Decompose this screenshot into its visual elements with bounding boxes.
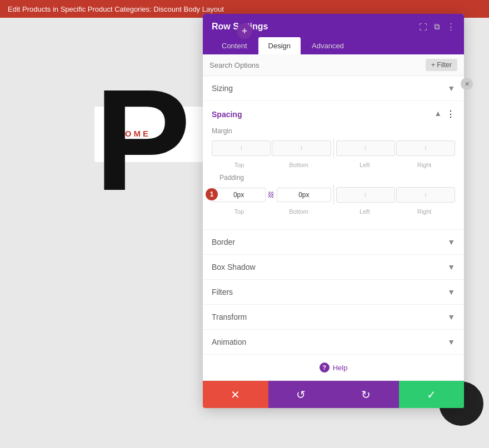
spacing-content: Margin ↕ ↕: [203, 127, 464, 229]
padding-labels-row: Top Bottom Left Right: [212, 207, 455, 215]
padding-top-label: Top: [234, 208, 244, 215]
margin-row: ↕ ↕ ↕: [212, 138, 455, 158]
more-options-icon[interactable]: ⋮: [447, 22, 455, 32]
cancel-button[interactable]: ✕: [203, 381, 268, 408]
tabs: Content Design Advanced: [203, 37, 464, 54]
undo-button[interactable]: ↺: [268, 381, 334, 408]
section-animation-title: Animation: [212, 338, 246, 346]
margin-bottom-input-empty: ↕: [272, 140, 331, 156]
section-border-title: Border: [212, 238, 235, 246]
section-spacing: Spacing ▲ ⋮ Margin ↕: [203, 101, 464, 230]
tab-design[interactable]: Design: [258, 37, 301, 54]
margin-right-input-empty: ↕: [396, 140, 455, 156]
section-sizing-header[interactable]: Sizing ▼: [203, 76, 464, 100]
section-border-header[interactable]: Border ▼: [203, 230, 464, 254]
padding-row: ⛓ ↕: [212, 185, 455, 205]
search-bar: + Filter: [203, 54, 464, 76]
top-bar-title: Edit Products in Specific Product Catego…: [8, 5, 224, 13]
padding-bottom-field: [277, 188, 331, 202]
section-filters-title: Filters: [212, 288, 233, 296]
animation-chevron-icon: ▼: [447, 338, 455, 346]
box-shadow-chevron-icon: ▼: [447, 263, 455, 271]
padding-left-input-empty: ↕: [336, 187, 395, 203]
section-animation-header[interactable]: Animation ▼: [203, 330, 464, 354]
section-filters: Filters ▼: [203, 280, 464, 305]
margin-left-input-empty: ↕: [336, 140, 395, 156]
spacing-chevron-icon: ▲: [434, 109, 442, 119]
section-filters-header[interactable]: Filters ▼: [203, 280, 464, 304]
panel-close-button[interactable]: ✕: [461, 78, 473, 90]
section-transform: Transform ▼: [203, 305, 464, 330]
margin-top-label: Top: [234, 162, 244, 168]
transform-chevron-icon: ▼: [447, 313, 455, 321]
section-animation: Animation ▼: [203, 330, 464, 355]
help-icon: ?: [320, 363, 330, 373]
tab-advanced[interactable]: Advanced: [302, 37, 354, 54]
padding-right-label: Right: [417, 208, 432, 215]
help-text[interactable]: Help: [333, 364, 348, 372]
padding-top-input[interactable]: [212, 188, 266, 202]
padding-link-icon[interactable]: ⛓: [267, 191, 276, 199]
padding-bottom-label: Bottom: [289, 208, 308, 215]
section-sizing-title: Sizing: [212, 84, 233, 93]
action-bar: ✕ ↺ ↻ ✓: [203, 380, 464, 408]
sizing-chevron-icon: ▼: [447, 84, 455, 93]
row-settings-panel: Row Settings ⛶ ⧉ ⋮ Content Design Advanc…: [203, 14, 464, 408]
section-border: Border ▼: [203, 230, 464, 255]
section-spacing-header[interactable]: Spacing ▲ ⋮: [203, 101, 464, 127]
margin-right-label: Right: [417, 162, 432, 168]
padding-label: Padding: [212, 174, 455, 182]
padding-right-input-empty: ↕: [396, 187, 455, 203]
panel-header-icons: ⛶ ⧉ ⋮: [419, 22, 455, 32]
margin-top-field: ↕: [212, 140, 271, 156]
margin-bottom-label: Bottom: [289, 162, 308, 168]
big-letter-p: P: [94, 68, 191, 212]
margin-top-input-empty: ↕: [212, 140, 271, 156]
add-element-button[interactable]: +: [237, 23, 252, 39]
section-box-shadow-title: Box Shadow: [212, 263, 256, 271]
split-view-icon[interactable]: ⧉: [434, 22, 440, 32]
margin-left-label: Left: [360, 162, 370, 168]
margin-labels-row: Top Bottom Left Right: [212, 160, 455, 168]
margin-left-field: ↕: [336, 140, 395, 156]
search-input[interactable]: [209, 61, 426, 69]
padding-top-field: [212, 188, 266, 202]
help-row: ? Help: [203, 355, 464, 380]
padding-right-field: ↕: [396, 187, 455, 203]
padding-left-field: ↕: [336, 187, 395, 203]
section-box-shadow: Box Shadow ▼: [203, 255, 464, 280]
border-chevron-icon: ▼: [447, 238, 455, 246]
redo-button[interactable]: ↻: [333, 381, 399, 408]
section-transform-header[interactable]: Transform ▼: [203, 305, 464, 329]
section-transform-title: Transform: [212, 313, 247, 321]
filters-chevron-icon: ▼: [447, 288, 455, 296]
padding-fields: 1 Padding ⛓: [212, 174, 455, 215]
section-sizing: Sizing ▼: [203, 76, 464, 101]
margin-fields: Margin ↕ ↕: [212, 127, 455, 168]
margin-right-field: ↕: [396, 140, 455, 156]
filter-button[interactable]: + Filter: [426, 59, 457, 71]
save-button[interactable]: ✓: [399, 381, 465, 408]
padding-badge: 1: [206, 188, 218, 200]
padding-bottom-input[interactable]: [277, 188, 331, 202]
margin-label: Margin: [212, 127, 455, 135]
spacing-more-icon[interactable]: ⋮: [446, 109, 455, 119]
fullscreen-icon[interactable]: ⛶: [419, 22, 427, 32]
section-box-shadow-header[interactable]: Box Shadow ▼: [203, 255, 464, 279]
tab-content[interactable]: Content: [212, 37, 257, 54]
padding-left-label: Left: [360, 208, 370, 215]
spacing-controls: ▲ ⋮: [434, 109, 455, 119]
section-spacing-title: Spacing: [212, 110, 242, 119]
margin-bottom-field: ↕: [272, 140, 331, 156]
